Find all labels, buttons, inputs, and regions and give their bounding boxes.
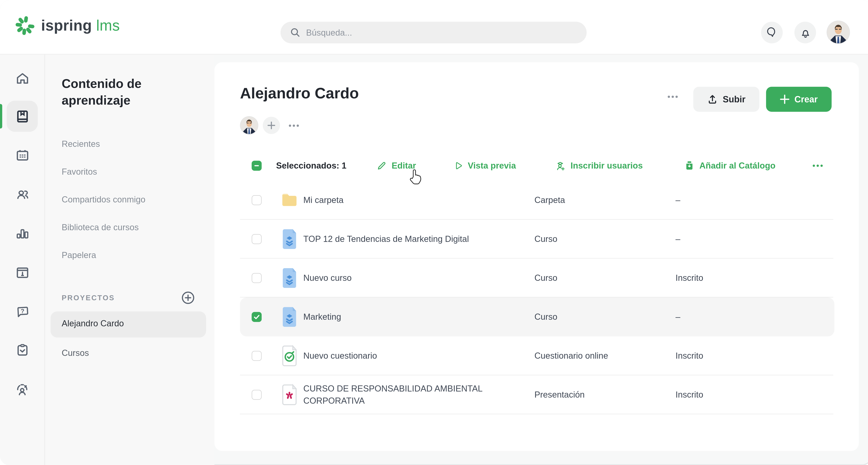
notifications-button[interactable] bbox=[795, 22, 816, 43]
sidebar-item-assignments[interactable] bbox=[8, 336, 37, 364]
enroll-user-icon bbox=[555, 160, 566, 172]
app-window: ispring lms Búsqueda... bbox=[0, 0, 868, 465]
indeterminate-checkbox[interactable] bbox=[252, 161, 262, 171]
table-row-selected[interactable]: Marketing Curso – bbox=[214, 297, 859, 337]
sidebar-item-favoritos[interactable]: Favoritos bbox=[62, 167, 97, 179]
sidebar-item-papelera[interactable]: Papelera bbox=[62, 250, 96, 262]
add-project-button[interactable] bbox=[181, 290, 195, 305]
upload-icon bbox=[707, 94, 718, 105]
play-icon bbox=[453, 161, 463, 171]
create-button[interactable]: Crear bbox=[766, 87, 832, 112]
item-type: Curso bbox=[534, 259, 668, 297]
search-input[interactable]: Búsqueda... bbox=[281, 22, 587, 43]
sidebar-title: Contenido de aprendizaje bbox=[62, 76, 200, 109]
sidebar-item-help[interactable]: ? bbox=[8, 297, 37, 326]
row-checkbox[interactable] bbox=[252, 390, 262, 400]
ispring-logo[interactable]: ispring lms bbox=[14, 14, 120, 37]
catalog-box-icon bbox=[684, 160, 695, 171]
add-member-button[interactable] bbox=[263, 117, 280, 134]
item-type: Curso bbox=[534, 297, 668, 337]
quiz-file-icon bbox=[279, 344, 300, 368]
item-name[interactable]: Nuevo cuestionario bbox=[303, 337, 521, 375]
item-status: Inscrito bbox=[676, 259, 786, 297]
check-icon bbox=[253, 314, 260, 320]
sidebar-item-calendar[interactable] bbox=[8, 141, 37, 170]
sidebar-item-reports[interactable] bbox=[8, 219, 37, 248]
page-title: Alejandro Cardo bbox=[240, 84, 359, 102]
sidebar-item-learning-content[interactable] bbox=[7, 100, 38, 132]
home-icon bbox=[15, 71, 30, 86]
course-file-icon bbox=[279, 228, 300, 251]
select-all-checkbox[interactable] bbox=[252, 158, 262, 174]
row-checkbox[interactable] bbox=[252, 351, 262, 361]
page-more-button[interactable] bbox=[668, 95, 678, 98]
item-status: Inscrito bbox=[676, 337, 786, 375]
bell-icon bbox=[799, 26, 811, 38]
sidebar-item-users[interactable] bbox=[8, 180, 37, 208]
item-name[interactable]: TOP 12 de Tendencias de Marketing Digita… bbox=[303, 220, 521, 259]
plus-icon bbox=[780, 94, 789, 104]
create-button-label: Crear bbox=[795, 94, 818, 104]
sidebar-item-recientes[interactable]: Recientes bbox=[62, 139, 100, 151]
item-status: Inscrito bbox=[676, 375, 786, 414]
action-add-to-catalog[interactable]: Añadir al Catálogo bbox=[684, 158, 775, 174]
users-icon bbox=[15, 186, 30, 202]
main-content-card: Alejandro Cardo bbox=[214, 62, 859, 451]
item-name[interactable]: CURSO DE RESPONSABILIDAD AMBIENTAL CORPO… bbox=[303, 375, 521, 414]
row-checkbox-checked[interactable] bbox=[252, 312, 262, 322]
item-type: Presentación bbox=[534, 375, 668, 414]
row-checkbox[interactable] bbox=[252, 273, 262, 283]
search-placeholder: Búsqueda... bbox=[306, 27, 352, 37]
table-row[interactable]: TOP 12 de Tendencias de Marketing Digita… bbox=[214, 220, 859, 259]
row-checkbox[interactable] bbox=[252, 195, 262, 205]
webinar-person-icon bbox=[14, 381, 30, 397]
pencil-icon bbox=[376, 160, 387, 171]
item-type: Carpeta bbox=[534, 181, 668, 220]
toolbar-more-button[interactable] bbox=[813, 158, 823, 174]
course-file-icon bbox=[279, 266, 300, 290]
project-owner-avatar[interactable] bbox=[241, 117, 258, 134]
item-status: – bbox=[676, 297, 786, 337]
clipboard-check-icon bbox=[15, 342, 30, 357]
projects-section-label: PROYECTOS bbox=[62, 294, 115, 302]
item-type: Cuestionario online bbox=[534, 337, 668, 375]
ispring-logo-mark bbox=[14, 14, 36, 37]
sidebar-item-info-portal[interactable] bbox=[8, 258, 37, 287]
plus-icon bbox=[267, 121, 276, 129]
upload-button-label: Subir bbox=[723, 94, 745, 104]
sidebar-item-compartidos[interactable]: Compartidos conmigo bbox=[62, 195, 145, 207]
table-row[interactable]: CURSO DE RESPONSABILIDAD AMBIENTAL CORPO… bbox=[214, 375, 859, 414]
profile-avatar[interactable] bbox=[827, 21, 849, 43]
selected-project-label: Alejandro Cardo bbox=[62, 319, 124, 329]
active-indicator bbox=[0, 104, 2, 128]
upload-button[interactable]: Subir bbox=[693, 87, 760, 112]
table-row[interactable]: Nuevo cuestionario Cuestionario online I… bbox=[214, 337, 859, 375]
chat-button[interactable] bbox=[761, 22, 783, 43]
sidebar-item-home[interactable] bbox=[8, 64, 37, 93]
selection-count: Seleccionados: 1 bbox=[276, 158, 346, 174]
item-name[interactable]: Nuevo curso bbox=[303, 259, 521, 297]
sidebar-item-project-alejandro[interactable]: Alejandro Cardo bbox=[51, 311, 206, 338]
action-preview[interactable]: Vista previa bbox=[453, 158, 516, 174]
chat-icon bbox=[766, 26, 778, 38]
content-sidebar: Contenido de aprendizaje Recientes Favor… bbox=[45, 55, 214, 465]
action-enroll-users[interactable]: Inscribir usuarios bbox=[555, 158, 643, 174]
sidebar-item-webinars[interactable] bbox=[8, 375, 37, 404]
members-more-button[interactable] bbox=[289, 124, 299, 127]
sidebar-item-project-cursos[interactable]: Cursos bbox=[62, 348, 89, 360]
sidebar-item-biblioteca[interactable]: Biblioteca de cursos bbox=[62, 223, 139, 235]
table-row[interactable]: Mi carpeta Carpeta – bbox=[214, 181, 859, 220]
top-header: ispring lms Búsqueda... bbox=[0, 0, 868, 55]
item-status: – bbox=[676, 181, 786, 220]
plus-circle-icon bbox=[181, 290, 195, 305]
svg-text:?: ? bbox=[21, 308, 24, 314]
item-name[interactable]: Marketing bbox=[303, 297, 521, 337]
mouse-cursor-hand bbox=[407, 168, 424, 187]
search-icon bbox=[290, 27, 301, 38]
ispring-logo-text: ispring lms bbox=[41, 17, 120, 34]
info-window-icon bbox=[15, 265, 30, 280]
nav-rail: ? bbox=[0, 55, 45, 465]
item-type: Curso bbox=[534, 220, 668, 259]
row-checkbox[interactable] bbox=[252, 234, 262, 244]
table-row[interactable]: Nuevo curso Curso Inscrito bbox=[214, 259, 859, 297]
